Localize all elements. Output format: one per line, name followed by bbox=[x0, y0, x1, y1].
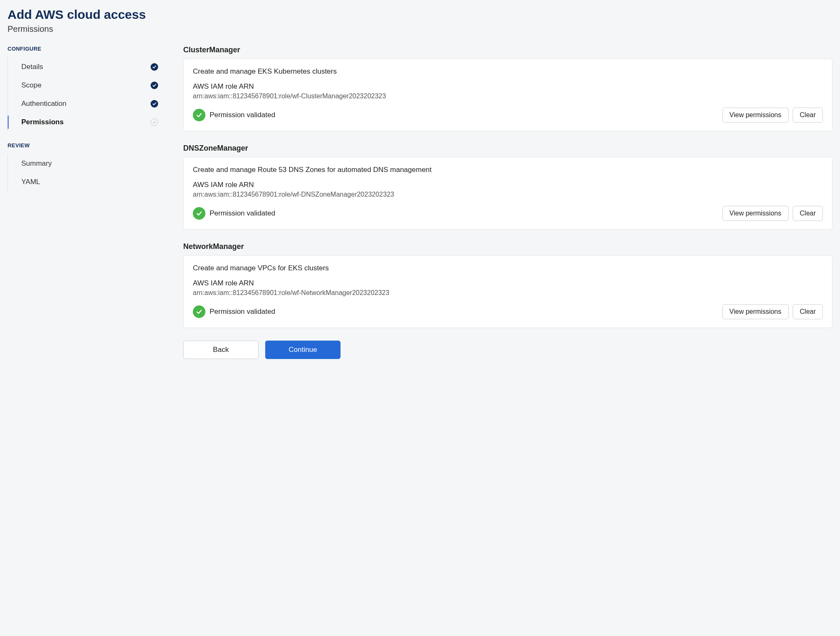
permission-section-clustermanager: ClusterManager Create and manage EKS Kub… bbox=[183, 46, 832, 131]
permission-card: Create and manage Route 53 DNS Zones for… bbox=[183, 157, 832, 230]
view-permissions-button[interactable]: View permissions bbox=[722, 304, 789, 319]
sidebar-section-configure: CONFIGURE bbox=[8, 46, 166, 52]
step-label: Permissions bbox=[21, 118, 64, 126]
validation-text: Permission validated bbox=[210, 111, 275, 119]
permission-name: DNSZoneManager bbox=[183, 144, 832, 153]
check-circle-icon bbox=[193, 109, 205, 121]
step-label: YAML bbox=[21, 178, 40, 186]
review-step-list: Summary YAML bbox=[8, 154, 166, 191]
arn-value: arn:aws:iam::812345678901:role/wf-DNSZon… bbox=[193, 191, 823, 198]
validation-status: Permission validated bbox=[193, 207, 275, 220]
step-summary[interactable]: Summary bbox=[8, 154, 166, 173]
sidebar-section-review: REVIEW bbox=[8, 142, 166, 149]
permission-section-dnszonemanager: DNSZoneManager Create and manage Route 5… bbox=[183, 144, 832, 230]
page-subtitle: Permissions bbox=[8, 24, 832, 34]
check-icon bbox=[151, 63, 158, 71]
step-yaml[interactable]: YAML bbox=[8, 173, 166, 191]
step-label: Details bbox=[21, 63, 43, 71]
clear-button[interactable]: Clear bbox=[793, 108, 823, 123]
check-icon bbox=[151, 118, 158, 126]
validation-text: Permission validated bbox=[210, 209, 275, 218]
view-permissions-button[interactable]: View permissions bbox=[722, 206, 789, 221]
arn-label: AWS IAM role ARN bbox=[193, 181, 823, 189]
check-circle-icon bbox=[193, 305, 205, 318]
main-content: ClusterManager Create and manage EKS Kub… bbox=[183, 46, 832, 359]
permission-card: Create and manage VPCs for EKS clusters … bbox=[183, 255, 832, 328]
clear-button[interactable]: Clear bbox=[793, 206, 823, 221]
step-label: Scope bbox=[21, 81, 41, 90]
back-button[interactable]: Back bbox=[183, 341, 259, 359]
arn-label: AWS IAM role ARN bbox=[193, 279, 823, 287]
step-label: Summary bbox=[21, 159, 52, 168]
step-permissions[interactable]: Permissions bbox=[8, 113, 166, 131]
permission-description: Create and manage VPCs for EKS clusters bbox=[193, 264, 823, 272]
sidebar: CONFIGURE Details Scope Authentication bbox=[8, 46, 166, 359]
check-icon bbox=[151, 100, 158, 108]
step-authentication[interactable]: Authentication bbox=[8, 95, 166, 113]
step-scope[interactable]: Scope bbox=[8, 76, 166, 95]
permission-description: Create and manage EKS Kubernetes cluster… bbox=[193, 67, 823, 76]
permission-name: NetworkManager bbox=[183, 242, 832, 251]
arn-value: arn:aws:iam::812345678901:role/wf-Cluste… bbox=[193, 92, 823, 100]
action-bar: Back Continue bbox=[183, 341, 832, 359]
step-details[interactable]: Details bbox=[8, 58, 166, 76]
validation-status: Permission validated bbox=[193, 109, 275, 121]
arn-label: AWS IAM role ARN bbox=[193, 82, 823, 91]
check-icon bbox=[151, 82, 158, 89]
clear-button[interactable]: Clear bbox=[793, 304, 823, 319]
permission-section-networkmanager: NetworkManager Create and manage VPCs fo… bbox=[183, 242, 832, 328]
permission-description: Create and manage Route 53 DNS Zones for… bbox=[193, 166, 823, 174]
permission-name: ClusterManager bbox=[183, 46, 832, 54]
check-circle-icon bbox=[193, 207, 205, 220]
validation-text: Permission validated bbox=[210, 308, 275, 316]
step-label: Authentication bbox=[21, 100, 67, 108]
validation-status: Permission validated bbox=[193, 305, 275, 318]
view-permissions-button[interactable]: View permissions bbox=[722, 108, 789, 123]
configure-step-list: Details Scope Authentication bbox=[8, 58, 166, 131]
permission-card: Create and manage EKS Kubernetes cluster… bbox=[183, 59, 832, 131]
arn-value: arn:aws:iam::812345678901:role/wf-Networ… bbox=[193, 289, 823, 297]
page-title: Add AWS cloud access bbox=[8, 8, 832, 22]
continue-button[interactable]: Continue bbox=[265, 341, 341, 359]
